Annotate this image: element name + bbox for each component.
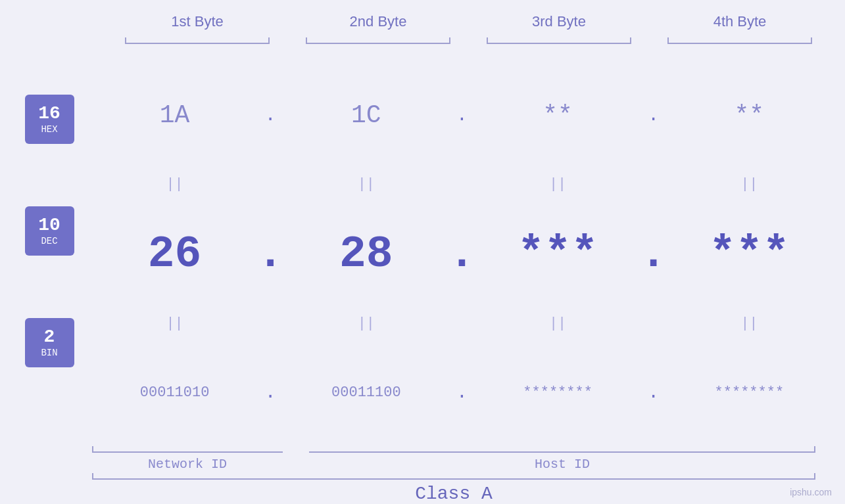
id-brackets: [92, 451, 815, 453]
dec-label: DEC: [41, 236, 57, 246]
equals-row-1: || || || ||: [92, 173, 832, 195]
eq2-b4: ||: [667, 313, 832, 334]
network-bracket: [92, 451, 283, 453]
network-bracket-line: [92, 451, 283, 453]
bracket-1: [107, 37, 288, 50]
hex-dot3: .: [640, 105, 667, 126]
hex-dot2: .: [449, 105, 475, 126]
host-id-label: Host ID: [309, 457, 815, 472]
bracket-3: [469, 37, 650, 50]
eq1-b3: ||: [475, 173, 640, 195]
network-id-label: Network ID: [92, 457, 283, 472]
host-bracket: [309, 451, 815, 453]
bin-b3: ********: [475, 384, 640, 401]
byte3-header: 3rd Byte: [469, 13, 650, 30]
dec-b1: 26: [92, 229, 257, 279]
byte4-header: 4th Byte: [650, 13, 831, 30]
hex-b2: 1C: [283, 101, 448, 129]
byte1-header: 1st Byte: [107, 13, 288, 30]
eq1-b4: ||: [667, 173, 832, 195]
bin-number: 2: [44, 327, 55, 348]
content-area: 16 HEX 10 DEC 2 BIN 1A . 1C: [0, 57, 845, 451]
top-brackets: [107, 37, 831, 50]
host-bracket-line: [309, 451, 815, 453]
eq2-b1: ||: [92, 313, 257, 334]
class-label: Class A: [415, 484, 493, 504]
watermark: ipshu.com: [790, 487, 832, 497]
dec-badge: 10 DEC: [25, 206, 74, 256]
dec-dot2: .: [449, 229, 475, 279]
dec-dot3: .: [640, 229, 667, 279]
dec-b2: 28: [283, 229, 448, 279]
labels-column: 16 HEX 10 DEC 2 BIN: [0, 57, 92, 451]
dec-row: 26 . 28 . *** . ***: [92, 195, 832, 312]
equals-row-2: || || || ||: [92, 313, 832, 334]
id-labels: Network ID Host ID: [92, 457, 815, 472]
hex-badge: 16 HEX: [25, 95, 74, 144]
dec-b4: ***: [667, 229, 832, 279]
hex-b1: 1A: [92, 101, 257, 129]
bracket-4: [650, 37, 831, 50]
bin-b1: 00011010: [92, 384, 257, 401]
hex-b3: **: [475, 101, 640, 129]
bin-row: 00011010 . 00011100 . ******** . *******…: [92, 334, 832, 451]
bin-b2: 00011100: [283, 384, 448, 401]
hex-number: 16: [38, 104, 60, 124]
bracket-2: [288, 37, 469, 50]
hex-label: HEX: [41, 124, 57, 135]
class-label-row: Class A: [92, 484, 815, 504]
hex-dot1: .: [257, 105, 283, 126]
bottom-section: Network ID Host ID Class A ipshu.com: [0, 451, 845, 504]
eq1-b1: ||: [92, 173, 257, 195]
eq1-b2: ||: [283, 173, 448, 195]
hex-b4: **: [667, 101, 832, 129]
dec-dot1: .: [257, 229, 283, 279]
dec-number: 10: [38, 216, 60, 236]
bin-label: BIN: [41, 348, 57, 358]
bin-badge: 2 BIN: [25, 318, 74, 367]
class-bracket-row: [92, 478, 815, 480]
eq2-b2: ||: [283, 313, 448, 334]
bin-b4: ********: [667, 384, 832, 401]
eq2-b3: ||: [475, 313, 640, 334]
dec-b3: ***: [475, 229, 640, 279]
main-container: 1st Byte 2nd Byte 3rd Byte 4th Byte 16 H…: [0, 0, 845, 504]
bin-dot1: .: [257, 382, 283, 403]
bin-dot2: .: [449, 382, 475, 403]
grid-area: 1A . 1C . ** . ** || ||: [92, 57, 845, 451]
hex-row: 1A . 1C . ** . **: [92, 57, 832, 173]
class-bracket-line: [92, 478, 815, 480]
byte-headers: 1st Byte 2nd Byte 3rd Byte 4th Byte: [107, 13, 831, 30]
bin-dot3: .: [640, 382, 667, 403]
byte2-header: 2nd Byte: [288, 13, 469, 30]
